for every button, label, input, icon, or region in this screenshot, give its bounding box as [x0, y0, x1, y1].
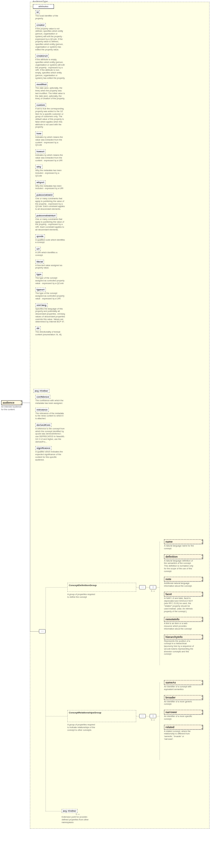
sameas-element[interactable]: sameAs	[164, 680, 203, 685]
root-element: audience An intended audience for the co…	[1, 400, 22, 411]
attributes-box[interactable]: attributes	[33, 4, 54, 9]
attr-description: The confidence with which the metadata h…	[35, 399, 65, 405]
child-description: Additional natural language information …	[164, 582, 194, 588]
remoteinfo-element[interactable]: remoteInfo	[164, 617, 203, 622]
attr-description: If set to true the corresponding propert…	[35, 107, 65, 128]
child-broader: broaderAn identifier of a more generic c…	[164, 695, 203, 706]
any-other-box[interactable]: any ##other	[62, 809, 77, 813]
attr-description: A qualified code which identifies a conc…	[35, 239, 65, 244]
attr-description: The local identifier of the property.	[35, 15, 65, 20]
attr-description: Why the metadata has been included - exp…	[35, 185, 65, 190]
attr-description: Specifies the language of this property …	[35, 308, 65, 323]
attr-uri: uriA URI which identifies a concept.	[35, 247, 65, 257]
attr-description: A reference to the concept from which th…	[35, 428, 65, 443]
attr-significance: significanceA qualifier which indicates …	[35, 446, 65, 461]
attr-name[interactable]: creator	[35, 23, 46, 27]
child-description: A related concept, where the relationshi…	[164, 730, 194, 741]
attr-whyuri: whyuriWhy the metadata has been included…	[35, 180, 65, 190]
attr-name[interactable]: uri	[35, 247, 41, 251]
attr-relevance: relevanceThe relevance of the metadata t…	[35, 408, 65, 420]
any-other-box[interactable]: any ##other	[34, 389, 49, 393]
attr-name[interactable]: id	[35, 10, 40, 14]
name-element[interactable]: name	[164, 539, 203, 544]
attr-name[interactable]: xml:lang	[35, 303, 47, 307]
audience-element[interactable]: audience	[1, 400, 22, 405]
extension-desc: Extension point for provider-defined pro…	[62, 816, 92, 824]
hierarchyinfo-element[interactable]: hierarchyInfo	[164, 634, 203, 640]
attr-name[interactable]: pubconstraint	[35, 193, 54, 197]
attr-description: The type of the concept assigned as cont…	[35, 292, 65, 300]
attr-name[interactable]: custom	[35, 103, 46, 107]
attr-why: whyWhy the metadata has been included - …	[35, 165, 65, 177]
broader-element[interactable]: broader	[164, 695, 203, 700]
related-element[interactable]: related	[164, 725, 203, 730]
group-label: ConceptDefinitionGroup	[69, 584, 97, 587]
child-related: relatedA related concept, where the rela…	[164, 725, 203, 741]
attr-name[interactable]: howuri	[35, 150, 45, 153]
concept-relationships-group-panel: ConceptRelationshipsGroup	[67, 710, 136, 722]
child-description: Represents the position of a concept in …	[164, 640, 194, 656]
attr-howuri: howuriIndicates by which means the value…	[35, 150, 65, 162]
attr-name[interactable]: creatoruri	[35, 54, 49, 58]
child-note: noteAdditional natural language informat…	[164, 577, 203, 588]
attr-name[interactable]: type	[35, 272, 42, 276]
attr-name[interactable]: dir	[35, 326, 41, 330]
note-element[interactable]: note	[164, 577, 203, 582]
definition-element[interactable]: definition	[164, 554, 203, 559]
attr-confidence: confidenceThe confidence with which the …	[35, 395, 65, 405]
attr-modified: modifiedThe date (and, optionally, the t…	[35, 83, 65, 100]
child-facet: facetIn NAR 1.8 and later, facet is depr…	[164, 592, 203, 613]
attr-name[interactable]: typeuri	[35, 288, 46, 291]
attr-name[interactable]: derivedfrom	[35, 423, 51, 427]
attr-pubconstrainturi: pubconstrainturiOne or many constraints …	[35, 214, 65, 231]
attr-creator: creatorIf the property value is not defi…	[35, 23, 65, 51]
rel-children-list: sameAsAn identifier of a concept with eq…	[164, 680, 203, 745]
cardinality: 0..∞	[150, 590, 156, 592]
concept-definition-group-panel: ConceptDefinitionGroup	[67, 583, 136, 592]
attr-name[interactable]: relevance	[35, 408, 49, 412]
attr-name[interactable]: whyuri	[35, 180, 45, 184]
attr-name[interactable]: qcode	[35, 234, 45, 238]
child-description: An identifier of a concept with equivale…	[164, 685, 194, 691]
child-description: A link to an item or a web resource whic…	[164, 622, 194, 630]
attr-how: howIndicates by which means the value wa…	[35, 131, 65, 147]
child-definition: definitionA natural language definition …	[164, 554, 203, 573]
attr-creatoruri: creatoruriIf the attribute is empty, spe…	[35, 54, 65, 80]
attr-description: A URI which identifies a concept.	[35, 251, 65, 257]
facet-element[interactable]: facet	[164, 592, 203, 596]
attr-description: One or many constraints that apply to pu…	[35, 218, 65, 231]
narrower-element[interactable]: narrower	[164, 710, 203, 715]
child-description: In NAR 1.8 and later, facet is deprecate…	[164, 597, 194, 613]
attr-name[interactable]: confidence	[35, 395, 50, 399]
attr-description: One or many constraints that apply to pu…	[35, 197, 65, 211]
attr-description: The relevance of the metadata to the new…	[35, 412, 65, 420]
child-sameas: sameAsAn identifier of a concept with eq…	[164, 680, 203, 691]
attr-description: Why the metadata has been included - exp…	[35, 169, 65, 177]
attributes-list: idThe local identifier of the property.c…	[35, 10, 65, 339]
group-desc: A group of properites required to indica…	[67, 723, 97, 732]
attr-qcode: qcodeA qualified code which identifies a…	[35, 234, 65, 244]
cardinality: 0..∞	[150, 719, 156, 721]
attr-description: The date (and, optionally, the time) whe…	[35, 87, 65, 100]
extension-any: any ##other 0..∞ Extension point for pro…	[62, 809, 92, 824]
attr-dir: dirThe directionality of textual content…	[35, 326, 65, 336]
choice-connector-rel	[150, 714, 156, 718]
attr-name[interactable]: modified	[35, 83, 47, 86]
attr-name[interactable]: literal	[35, 260, 44, 264]
attr-literal: literalA free-text value assigned as pro…	[35, 260, 65, 270]
attr-description: Indicates by which means the value was e…	[35, 136, 65, 147]
seq-connector-rel	[139, 714, 146, 718]
attr-derivedfrom: derivedfromA reference to the concept fr…	[35, 423, 65, 443]
child-narrower: narrowerAn identifier of a more specific…	[164, 710, 203, 721]
attr-name[interactable]: why	[35, 165, 42, 169]
group-label: ConceptRelationshipsGroup	[69, 711, 101, 714]
cardinality: 0..∞	[62, 813, 80, 815]
attr-name[interactable]: how	[35, 131, 42, 135]
attr-description: If the attribute is empty, specifies whi…	[35, 58, 65, 80]
seq-connector-def	[139, 585, 146, 589]
attributes-header: attributes	[33, 4, 54, 9]
attr-description: The type of the concept assigned as cont…	[35, 277, 65, 285]
attr-name[interactable]: significance	[35, 446, 51, 450]
attr-name[interactable]: pubconstrainturi	[35, 214, 57, 218]
child-description: An identifier of a more generic concept.	[164, 701, 194, 706]
